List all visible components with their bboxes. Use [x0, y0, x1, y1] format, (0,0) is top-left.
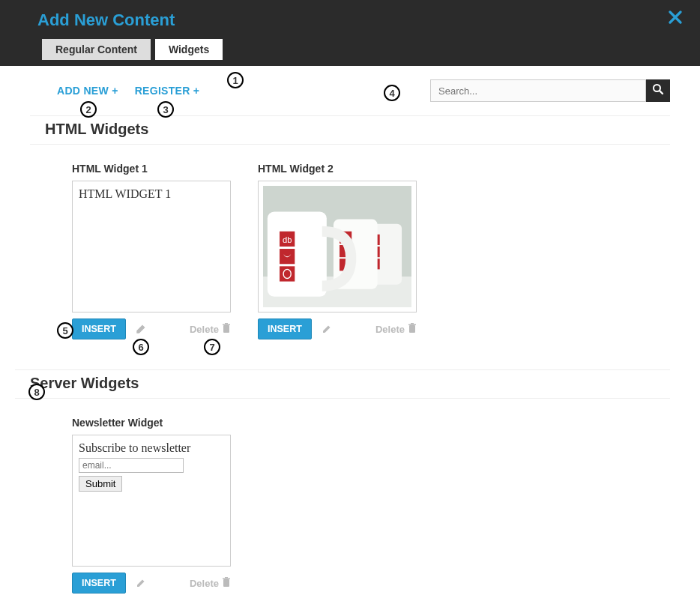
tab-bar: Regular Content Widgets — [15, 39, 685, 60]
section-title-html-widgets: HTML Widgets — [30, 115, 670, 145]
svg-rect-25 — [223, 578, 230, 579]
edit-icon[interactable] — [133, 578, 148, 588]
trash-icon — [222, 323, 231, 336]
svg-rect-18 — [280, 266, 295, 281]
delete-label: Delete — [190, 324, 219, 335]
add-new-button[interactable]: ADD NEW + — [57, 85, 118, 97]
newsletter-email-input[interactable] — [79, 458, 184, 473]
widget-name: HTML Widget 2 — [258, 163, 417, 175]
mugs-image: db — [263, 186, 411, 307]
trash-icon — [222, 577, 231, 590]
dialog-title: Add New Content — [15, 7, 685, 39]
widget-preview: HTML WIDGET 1 — [72, 181, 231, 312]
widget-name: Newsletter Widget — [72, 417, 231, 429]
svg-rect-26 — [225, 577, 228, 579]
svg-rect-21 — [409, 325, 415, 333]
widget-card: Newsletter Widget Subscribe to newslette… — [72, 417, 231, 594]
svg-rect-3 — [223, 324, 230, 325]
close-icon[interactable] — [669, 10, 682, 24]
insert-button[interactable]: INSERT — [72, 573, 126, 594]
svg-line-1 — [660, 91, 663, 94]
tab-widgets[interactable]: Widgets — [155, 39, 223, 60]
insert-button[interactable]: INSERT — [258, 318, 312, 339]
tab-regular-content[interactable]: Regular Content — [42, 39, 151, 60]
search-input[interactable] — [430, 79, 646, 102]
svg-rect-4 — [225, 323, 228, 324]
widget-card: HTML Widget 2 — [258, 163, 417, 339]
register-button[interactable]: REGISTER + — [135, 85, 200, 97]
section-title-server-widgets: Server Widgets — [15, 369, 670, 399]
widget-card: HTML Widget 1 HTML WIDGET 1 INSERT Delet… — [72, 163, 231, 339]
svg-rect-2 — [223, 325, 229, 333]
edit-icon[interactable] — [133, 324, 148, 334]
search-icon — [652, 83, 664, 98]
delete-label: Delete — [190, 578, 219, 589]
edit-icon[interactable] — [319, 324, 334, 334]
widget-name: HTML Widget 1 — [72, 163, 231, 175]
newsletter-heading: Subscribe to newsletter — [79, 441, 224, 455]
trash-icon — [408, 323, 417, 336]
modal-header: Add New Content Regular Content Widgets — [0, 0, 700, 66]
svg-text:db: db — [283, 235, 292, 244]
svg-rect-24 — [223, 579, 229, 587]
content-area: ADD NEW + REGISTER + HTML Widgets HTML W… — [0, 66, 700, 616]
newsletter-submit-button[interactable]: Submit — [79, 476, 122, 492]
svg-rect-22 — [408, 324, 416, 325]
insert-button[interactable]: INSERT — [72, 318, 126, 339]
toolbar: ADD NEW + REGISTER + — [30, 76, 670, 115]
widget-preview-text: HTML WIDGET 1 — [79, 187, 224, 201]
delete-button[interactable]: Delete — [190, 577, 231, 590]
delete-button[interactable]: Delete — [190, 323, 231, 336]
delete-label: Delete — [375, 324, 405, 335]
search-button[interactable] — [646, 79, 670, 102]
svg-rect-23 — [411, 323, 414, 324]
svg-rect-15 — [268, 211, 327, 296]
widget-preview: Subscribe to newsletter Submit — [72, 435, 231, 567]
widget-preview: db — [258, 181, 417, 312]
delete-button[interactable]: Delete — [375, 323, 417, 336]
